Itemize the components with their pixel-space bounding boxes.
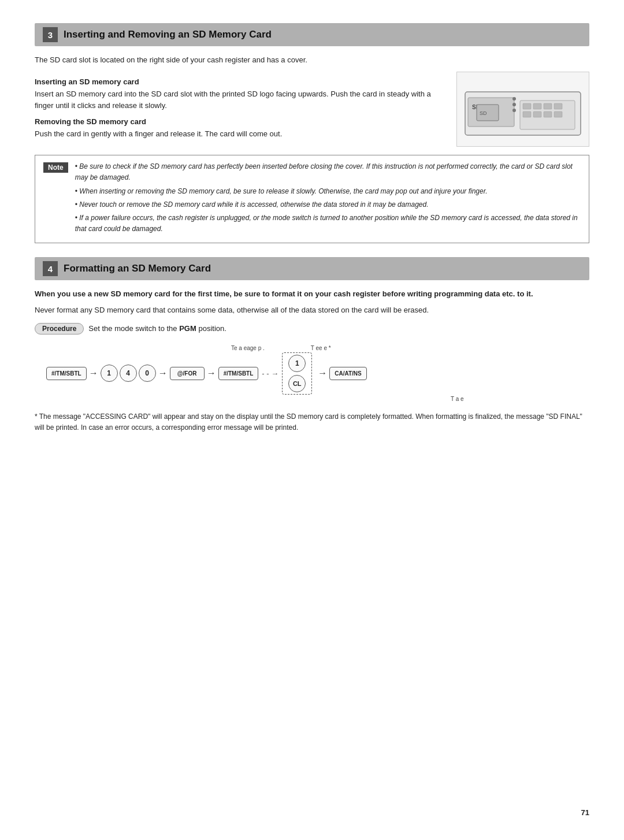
page-number: 71 [581, 808, 589, 817]
procedure-label: Procedure [42, 325, 76, 333]
svg-rect-7 [533, 103, 541, 109]
arrow-4: → [318, 368, 327, 378]
dashed-arrow: - - → [262, 369, 278, 378]
svg-rect-13 [554, 111, 562, 117]
svg-text:SD: SD [480, 110, 487, 116]
procedure-badge: Procedure [35, 323, 84, 334]
key-ca-at-ns: CA/AT/NS [329, 367, 366, 380]
key-diagram: Te a eage p . T ee e * #/TM/SBTL → 1 4 0… [46, 345, 589, 402]
sd-card-svg: SD SD [459, 75, 586, 144]
section3-title: Inserting and Removing an SD Memory Card [64, 29, 272, 40]
key-0: 0 [139, 365, 156, 382]
dashed-box-key-1: 1 [288, 355, 306, 372]
footnote: * The message "ACCESSING CARD" will appe… [35, 411, 589, 433]
section3-content: Inserting an SD memory card Insert an SD… [35, 72, 589, 147]
note-content: Be sure to check if the SD memory card h… [75, 161, 581, 237]
svg-point-15 [512, 103, 516, 106]
section3-number: 3 [43, 27, 58, 42]
svg-rect-6 [523, 103, 531, 109]
dashed-box-cl: CL [288, 375, 306, 392]
section4-number: 4 [43, 261, 58, 276]
key-cl: CL [288, 375, 306, 392]
svg-rect-8 [544, 103, 552, 109]
svg-rect-9 [554, 103, 562, 109]
note-item-1: Be sure to check if the SD memory card h… [75, 161, 581, 183]
section3-text: Inserting an SD memory card Insert an SD… [35, 72, 445, 147]
section4-header: 4 Formatting an SD Memory Card [35, 257, 589, 280]
svg-rect-12 [544, 111, 552, 117]
arrow-1: → [89, 368, 98, 378]
procedure-line: Procedure Set the mode switch to the PGM… [35, 323, 589, 334]
sd-card-image: SD SD [456, 72, 589, 147]
procedure-set-text: Set the mode switch to the PGM position. [88, 324, 226, 333]
section3: 3 Inserting and Removing an SD Memory Ca… [35, 23, 589, 243]
bottom-label: T a e [451, 396, 464, 402]
section4-bold-intro: When you use a new SD memory card for th… [35, 288, 589, 300]
key-for: @/FOR [170, 367, 205, 380]
removing-text: Push the card in gently with a finger an… [35, 128, 445, 140]
top-label-left: Te a eage p . [231, 345, 265, 351]
arrow-3: → [207, 368, 216, 378]
svg-point-16 [512, 109, 516, 112]
section3-intro: The SD card slot is located on the right… [35, 54, 589, 66]
note-item-2: When inserting or removing the SD memory… [75, 186, 581, 197]
section3-header: 3 Inserting and Removing an SD Memory Ca… [35, 23, 589, 46]
diagram-main-row: #/TM/SBTL → 1 4 0 → @/FOR → #/TM/SBTL [46, 352, 589, 395]
svg-point-14 [512, 97, 516, 101]
section4-body: Never format any SD memory card that con… [35, 304, 589, 316]
dashed-choice-box: 1 CL [282, 352, 312, 395]
key-tm-sbtl-2: #/TM/SBTL [218, 367, 259, 380]
note-box: Note Be sure to check if the SD memory c… [35, 155, 589, 243]
section4-title: Formatting an SD Memory Card [64, 263, 211, 274]
note-label: Note [43, 162, 68, 173]
key-4: 4 [120, 365, 137, 382]
note-item-3: Never touch or remove the SD memory card… [75, 199, 581, 210]
svg-rect-11 [533, 111, 541, 117]
removing-heading: Removing the SD memory card [35, 117, 445, 126]
key-1: 1 [101, 365, 118, 382]
inserting-text: Insert an SD memory card into the SD car… [35, 88, 445, 111]
arrow-2: → [158, 368, 168, 378]
svg-rect-10 [523, 111, 531, 117]
top-label-right: T ee e * [311, 345, 331, 351]
note-item-4: If a power failure occurs, the cash regi… [75, 213, 581, 235]
key-tm-sbtl-1: #/TM/SBTL [46, 367, 87, 380]
inserting-heading: Inserting an SD memory card [35, 77, 445, 86]
key-1-dashed: 1 [288, 355, 306, 372]
section4: 4 Formatting an SD Memory Card When you … [35, 257, 589, 433]
